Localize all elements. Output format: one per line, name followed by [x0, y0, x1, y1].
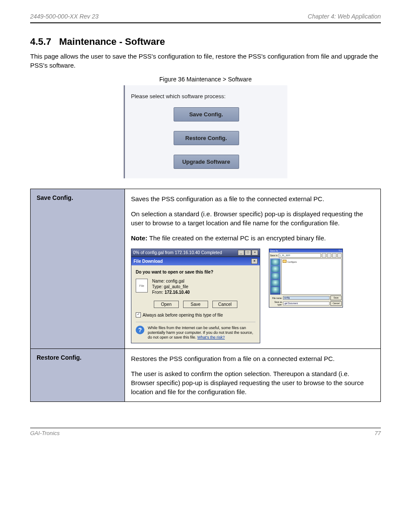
- figure-caption: Figure 36 Maintenance > Software: [30, 76, 381, 83]
- save-config-button[interactable]: Save Config.: [174, 107, 239, 121]
- always-ask-checkbox[interactable]: ✓: [136, 312, 141, 317]
- row-key-save: Save Config.: [31, 189, 125, 349]
- filename-label: File name:: [270, 297, 282, 299]
- meta-name-label: Name:: [152, 279, 165, 283]
- file-download-body: Do you want to open or save this file? F…: [131, 265, 260, 343]
- save-as-bottom: File name: config Save Save as type: .ga…: [270, 296, 342, 306]
- dialog-button-row: Open Save Cancel: [136, 301, 255, 308]
- description-table: Save Config. Saves the PSS configuration…: [30, 189, 381, 402]
- savein-label: Save in:: [270, 254, 278, 257]
- minimize-icon[interactable]: _: [238, 250, 244, 255]
- savein-combo[interactable]: 1_PL_RFP: [279, 253, 321, 258]
- note-text: The file created on the external PC is a…: [147, 234, 326, 242]
- progress-window-titlebar: 0% of config.gal from 172.16.10.40 Compl…: [131, 249, 260, 257]
- table-row: Save Config. Saves the PSS configuration…: [31, 189, 381, 349]
- places-bar: [270, 258, 280, 295]
- file-download-inner: File Download × Do you want to open or s…: [131, 257, 260, 343]
- meta-type-value: gal_auto_file: [164, 284, 188, 289]
- places-bar-item[interactable]: [271, 266, 280, 272]
- file-list[interactable]: Configure: [281, 258, 342, 295]
- save-note: Note: The file created on the external P…: [131, 233, 374, 243]
- save-as-main: Configure: [270, 258, 342, 295]
- mini-figures: 0% of config.gal from 172.16.10.40 Compl…: [131, 249, 374, 343]
- save-as-dialog: Save As ? × Save in: 1_PL_RFP: [269, 249, 343, 308]
- saveas-cancel-button[interactable]: Cancel: [330, 301, 342, 306]
- maximize-icon[interactable]: □: [245, 250, 251, 255]
- save-desc-p1: Saves the PSS configuration as a file to…: [131, 194, 374, 203]
- warning-text: While files from the Internet can be use…: [148, 326, 255, 339]
- list-item[interactable]: Configure: [287, 261, 297, 263]
- places-bar-item[interactable]: [271, 287, 280, 293]
- intro-paragraph: This page allows the user to save the PS…: [30, 52, 381, 70]
- save-as-toolbar: Save in: 1_PL_RFP: [270, 253, 342, 258]
- whats-the-risk-link[interactable]: What's the risk?: [197, 335, 225, 339]
- save-as-titlebar: Save As ? ×: [269, 249, 342, 252]
- panel-prompt: Please select which software process:: [131, 93, 281, 100]
- table-row: Restore Config. Restores the PSS configu…: [31, 349, 381, 402]
- save-button[interactable]: Save: [183, 301, 208, 308]
- file-download-question: Do you want to open or save this file?: [136, 270, 255, 274]
- meta-type-label: Type:: [152, 284, 162, 289]
- file-download-dialog: 0% of config.gal from 172.16.10.40 Compl…: [131, 249, 260, 343]
- software-process-panel: Please select which software process: Sa…: [124, 85, 287, 178]
- header-rule: [30, 22, 381, 23]
- file-download-titlebar: File Download ×: [131, 257, 260, 265]
- cancel-button[interactable]: Cancel: [212, 301, 237, 308]
- restore-config-button[interactable]: Restore Config.: [174, 131, 239, 145]
- meta-name-value: config.gal: [166, 279, 184, 283]
- places-bar-item[interactable]: [271, 280, 280, 286]
- restore-desc-p1: Restores the PSS configuration from a fi…: [131, 354, 374, 363]
- page-header: 2449-500-000-XX Rev 23 Chapter 4: Web Ap…: [30, 13, 381, 22]
- file-meta: File Name: config.gal Type: gal_auto_fil…: [136, 279, 255, 296]
- restore-desc-p2: The user is asked to confirm the option …: [131, 369, 374, 396]
- close-icon[interactable]: ×: [251, 258, 258, 264]
- save-desc-p2: On selection a standard (i.e. Browser sp…: [131, 209, 374, 227]
- file-icon: File: [136, 279, 148, 292]
- section-number: 4.5.7: [30, 36, 51, 47]
- question-icon: ?: [136, 326, 144, 334]
- filename-field[interactable]: config: [283, 296, 330, 300]
- progress-title-text: 0% of config.gal from 172.16.10.40 Compl…: [133, 250, 222, 255]
- footer-page-number: 77: [375, 430, 381, 436]
- warning-row: ? While files from the Internet can be u…: [136, 322, 255, 339]
- open-button[interactable]: Open: [154, 301, 179, 308]
- views-icon[interactable]: [337, 253, 342, 258]
- footer-company: GAI-Tronics: [30, 430, 59, 436]
- close-icon[interactable]: ×: [252, 250, 258, 255]
- meta-from-label: From:: [152, 290, 163, 295]
- header-doc-ref: 2449-500-000-XX Rev 23: [30, 13, 99, 20]
- places-bar-item[interactable]: [271, 273, 280, 279]
- always-ask-row: ✓ Always ask before opening this type of…: [136, 312, 255, 317]
- upgrade-software-button[interactable]: Upgrade Software: [174, 155, 239, 169]
- back-icon[interactable]: [322, 253, 326, 258]
- always-ask-label: Always ask before opening this type of f…: [143, 313, 223, 317]
- window-buttons: _ □ ×: [238, 250, 258, 255]
- header-chapter: Chapter 4: Web Application: [308, 13, 381, 20]
- row-desc-save: Saves the PSS configuration as a file to…: [125, 189, 381, 349]
- row-desc-restore: Restores the PSS configuration from a fi…: [125, 349, 381, 402]
- page-footer: GAI-Tronics 77: [30, 428, 381, 436]
- places-bar-item[interactable]: [271, 259, 280, 265]
- savetype-label: Save as type:: [270, 301, 282, 306]
- up-icon[interactable]: [327, 253, 331, 258]
- saveas-save-button[interactable]: Save: [330, 296, 342, 300]
- save-as-body: Save in: 1_PL_RFP: [269, 252, 342, 307]
- file-meta-text: Name: config.gal Type: gal_auto_file Fro…: [152, 279, 190, 296]
- meta-from-value: 172.16.10.40: [165, 290, 190, 295]
- note-label: Note:: [131, 234, 147, 242]
- savetype-field[interactable]: .gal Document: [283, 302, 330, 305]
- file-download-title: File Download: [134, 259, 163, 264]
- new-folder-icon[interactable]: [332, 253, 336, 258]
- section-heading: 4.5.7 Maintenance - Software: [30, 36, 381, 47]
- row-key-restore: Restore Config.: [31, 349, 125, 402]
- saveas-close[interactable]: ? ×: [339, 249, 342, 252]
- section-title-text: Maintenance - Software: [59, 36, 165, 47]
- folder-icon: [283, 260, 286, 263]
- save-as-title: Save As: [270, 249, 278, 252]
